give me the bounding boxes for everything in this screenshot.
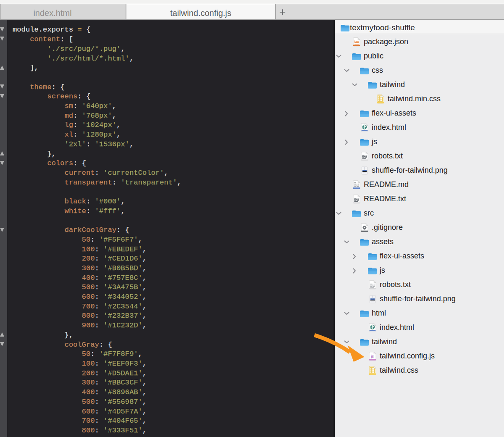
svg-text:js: js [370,354,374,358]
